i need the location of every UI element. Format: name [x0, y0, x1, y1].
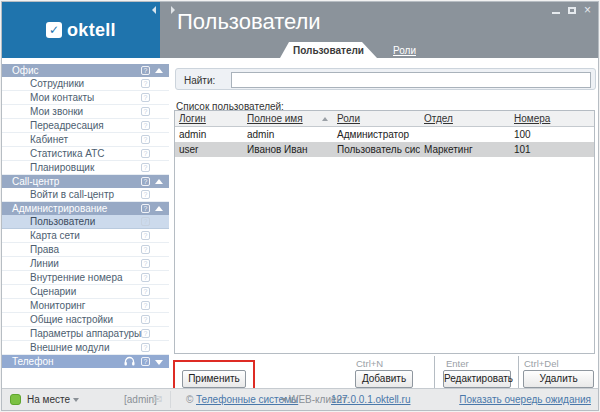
help-icon[interactable]: ? — [141, 315, 150, 324]
help-icon[interactable]: ? — [141, 329, 150, 338]
help-icon[interactable]: ? — [141, 217, 150, 226]
sidebar-item-users[interactable]: Пользователи? — [2, 215, 169, 229]
sidebar-item-external-modules[interactable]: Внешние модули? — [2, 341, 169, 355]
item-label: Внутренние номера — [30, 272, 123, 283]
help-icon[interactable]: ? — [141, 273, 150, 282]
help-icon[interactable]: ? — [141, 121, 150, 130]
presence-selector[interactable]: На месте — [27, 394, 79, 405]
edit-button[interactable]: Редактировать — [443, 370, 511, 388]
sidebar-item-lines[interactable]: Линии? — [2, 257, 169, 271]
sidebar-item-pbx-stats[interactable]: Статистика АТС? — [2, 147, 169, 161]
add-shortcut-hint: Ctrl+N — [356, 358, 383, 369]
delete-button[interactable]: Удалить — [523, 370, 594, 388]
sidebar-item-employees[interactable]: Сотрудники? — [2, 77, 169, 91]
section-label: Администрирование — [12, 203, 107, 214]
help-icon[interactable]: ? — [141, 107, 150, 116]
minimize-icon[interactable] — [552, 12, 560, 14]
item-label: Сценарии — [30, 286, 76, 297]
help-icon[interactable]: ? — [141, 79, 150, 88]
column-header-numbers[interactable]: Номера — [510, 111, 594, 126]
sort-asc-icon — [322, 117, 328, 121]
sidebar-item-general-settings[interactable]: Общие настройки? — [2, 313, 169, 327]
search-panel: Найти: — [175, 68, 596, 90]
column-header-department[interactable]: Отдел — [420, 111, 510, 126]
chevron-down-icon — [73, 398, 79, 402]
help-icon[interactable]: ? — [141, 190, 150, 199]
logo-panel: ✓ oktell — [2, 2, 160, 58]
expand-arrow-icon[interactable] — [171, 6, 175, 14]
item-label: Планировщик — [30, 162, 94, 173]
help-icon[interactable]: ? — [141, 177, 150, 186]
help-icon[interactable]: ? — [141, 204, 150, 213]
search-label: Найти: — [184, 75, 215, 86]
column-label: Отдел — [424, 113, 453, 124]
logo: ✓ oktell — [2, 2, 160, 58]
tab-roles[interactable]: Роли — [393, 45, 416, 56]
window-controls: × — [552, 5, 591, 15]
item-label: Пользователи — [30, 216, 95, 227]
sidebar-item-my-calls[interactable]: Мои звонки? — [2, 105, 169, 119]
help-icon[interactable]: ? — [141, 245, 150, 254]
column-header-roles[interactable]: Роли — [333, 111, 420, 126]
sidebar-item-my-contacts[interactable]: Мои контакты? — [2, 91, 169, 105]
sidebar-section-office[interactable]: Офис ? — [2, 64, 169, 77]
help-icon[interactable]: ? — [141, 259, 150, 268]
help-icon[interactable]: ? — [141, 135, 150, 144]
table-row-selected[interactable]: user Иванов Иван Пользователь систем... … — [175, 142, 594, 157]
item-label: Параметры аппаратуры — [30, 328, 141, 339]
divider — [170, 391, 171, 408]
collapse-down-icon — [155, 360, 163, 365]
sidebar-item-scenarios[interactable]: Сценарии? — [2, 285, 169, 299]
cell-login: user — [175, 142, 243, 157]
users-table: Логин Полное имя Роли Отдел Номера admin… — [174, 110, 595, 354]
sidebar-item-internal-numbers[interactable]: Внутренние номера? — [2, 271, 169, 285]
help-icon[interactable]: ? — [141, 231, 150, 240]
sidebar-section-phone[interactable]: Телефон ? — [2, 355, 169, 368]
maximize-icon[interactable] — [568, 7, 576, 14]
sidebar-section-callcenter[interactable]: Call-центр ? — [2, 175, 169, 188]
help-icon[interactable]: ? — [141, 301, 150, 310]
item-label: Статистика АТС — [30, 148, 105, 159]
add-button[interactable]: Добавить — [355, 370, 413, 388]
item-label: Сотрудники — [30, 78, 84, 89]
sidebar-item-cabinet[interactable]: Кабинет? — [2, 133, 169, 147]
help-icon[interactable]: ? — [141, 343, 150, 352]
mail-icon[interactable]: ✉ — [153, 393, 162, 406]
sidebar-item-enter-callcenter[interactable]: Войти в call-центр? — [2, 188, 169, 202]
presence-status-icon[interactable] — [10, 394, 21, 405]
main-panel: Найти: Список пользователей: Логин Полно… — [170, 64, 598, 387]
column-header-fullname[interactable]: Полное имя — [243, 111, 333, 126]
sidebar-item-hardware-params[interactable]: Параметры аппаратуры? — [2, 327, 169, 341]
show-queue-link[interactable]: Показать очередь ожидания — [459, 394, 591, 405]
help-icon[interactable]: ? — [141, 287, 150, 296]
collapse-up-icon — [155, 179, 163, 184]
cell-roles: Пользователь систем... — [333, 142, 420, 157]
sidebar-item-forwarding[interactable]: Переадресация? — [2, 119, 169, 133]
header-bar: Пользователи × Пользователи Роли — [160, 2, 598, 58]
column-header-login[interactable]: Логин — [175, 111, 243, 126]
help-icon[interactable]: ? — [141, 357, 150, 366]
cell-department: Маркетинг — [420, 142, 510, 157]
cell-roles: Администратор — [333, 127, 420, 142]
logged-in-user: [admin] — [124, 394, 157, 405]
sidebar-item-network-map[interactable]: Карта сети? — [2, 229, 169, 243]
app-window: ✓ oktell Пользователи × Пользователи Рол… — [1, 1, 599, 411]
help-icon[interactable]: ? — [141, 149, 150, 158]
table-row[interactable]: admin admin Администратор 100 — [175, 127, 594, 142]
collapse-sidebar-icon[interactable] — [152, 6, 156, 14]
sidebar-item-rights[interactable]: Права? — [2, 243, 169, 257]
help-icon[interactable]: ? — [141, 163, 150, 172]
search-input[interactable] — [231, 72, 591, 88]
help-icon[interactable]: ? — [141, 93, 150, 102]
help-icon[interactable]: ? — [141, 66, 150, 75]
item-label: Мониторинг — [30, 300, 85, 311]
tab-users[interactable]: Пользователи — [280, 42, 377, 58]
section-label: Офис — [12, 65, 39, 76]
sidebar-section-administration[interactable]: Администрирование ? — [2, 202, 169, 215]
close-icon[interactable]: × — [584, 6, 591, 15]
sidebar-item-scheduler[interactable]: Планировщик? — [2, 161, 169, 175]
webclient-link[interactable]: 127.0.0.1.oktell.ru — [331, 394, 411, 405]
sidebar-item-monitoring[interactable]: Мониторинг? — [2, 299, 169, 313]
apply-button[interactable]: Применить — [182, 370, 246, 388]
cell-fullname: admin — [243, 127, 333, 142]
